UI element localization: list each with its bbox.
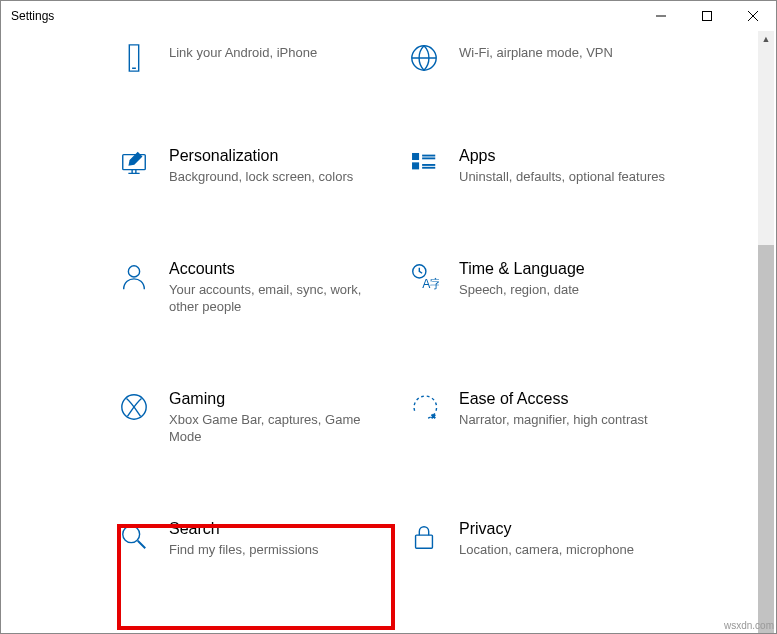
category-phone[interactable]: Link your Android, iPhone (119, 31, 389, 91)
category-gaming[interactable]: Gaming Xbox Game Bar, captures, Game Mod… (119, 372, 389, 464)
globe-icon (409, 41, 459, 73)
personalization-desc: Background, lock screen, colors (169, 168, 379, 186)
gaming-desc: Xbox Game Bar, captures, Game Mode (169, 411, 379, 446)
scroll-up-arrow[interactable]: ▲ (758, 31, 774, 47)
xbox-icon (119, 390, 169, 446)
time-desc: Speech, region, date (459, 281, 669, 299)
category-accounts[interactable]: Accounts Your accounts, email, sync, wor… (119, 242, 389, 334)
svg-rect-1 (703, 12, 712, 21)
time-title: Time & Language (459, 260, 669, 278)
gaming-title: Gaming (169, 390, 379, 408)
content-area: Link your Android, iPhone Wi-Fi, airplan… (1, 31, 776, 633)
scroll-thumb[interactable] (758, 245, 774, 633)
phone-desc: Link your Android, iPhone (169, 44, 379, 62)
lock-icon (409, 520, 459, 559)
svg-point-16 (123, 525, 140, 542)
update-title: Update & Security (169, 632, 379, 633)
accounts-title: Accounts (169, 260, 379, 278)
phone-icon (119, 41, 169, 73)
window-titlebar: Settings (1, 1, 776, 31)
privacy-desc: Location, camera, microphone (459, 541, 669, 559)
scrollbar[interactable]: ▲ (758, 31, 774, 633)
category-time[interactable]: A字 Time & Language Speech, region, date (409, 242, 679, 334)
ease-desc: Narrator, magnifier, high contrast (459, 411, 669, 429)
window-controls (638, 1, 776, 31)
maximize-button[interactable] (684, 1, 730, 31)
svg-rect-6 (413, 154, 419, 160)
minimize-button[interactable] (638, 1, 684, 31)
apps-title: Apps (459, 147, 669, 165)
window-title: Settings (11, 9, 54, 23)
close-button[interactable] (730, 1, 776, 31)
category-apps[interactable]: Apps Uninstall, defaults, optional featu… (409, 129, 679, 204)
ease-of-access-icon (409, 390, 459, 446)
apps-icon (409, 147, 459, 186)
person-icon (119, 260, 169, 316)
category-search[interactable]: Search Find my files, permissions (119, 502, 389, 577)
network-desc: Wi-Fi, airplane mode, VPN (459, 44, 669, 62)
ease-title: Ease of Access (459, 390, 669, 408)
search-icon (119, 520, 169, 559)
svg-line-17 (138, 540, 146, 548)
svg-text:A字: A字 (422, 277, 439, 291)
svg-rect-9 (413, 163, 419, 169)
svg-point-12 (128, 265, 139, 276)
category-ease[interactable]: Ease of Access Narrator, magnifier, high… (409, 372, 679, 464)
category-update[interactable]: Update & Security Windows Update, recove… (119, 614, 389, 633)
time-language-icon: A字 (409, 260, 459, 316)
personalization-title: Personalization (169, 147, 379, 165)
personalization-icon (119, 147, 169, 186)
settings-categories: Link your Android, iPhone Wi-Fi, airplan… (1, 31, 776, 633)
category-network[interactable]: Wi-Fi, airplane mode, VPN (409, 31, 679, 91)
svg-rect-18 (416, 535, 433, 548)
apps-desc: Uninstall, defaults, optional features (459, 168, 669, 186)
accounts-desc: Your accounts, email, sync, work, other … (169, 281, 379, 316)
category-personalization[interactable]: Personalization Background, lock screen,… (119, 129, 389, 204)
search-desc: Find my files, permissions (169, 541, 379, 559)
search-title: Search (169, 520, 379, 538)
category-privacy[interactable]: Privacy Location, camera, microphone (409, 502, 679, 577)
privacy-title: Privacy (459, 520, 669, 538)
update-icon (119, 632, 169, 633)
watermark: wsxdn.com (724, 620, 774, 631)
